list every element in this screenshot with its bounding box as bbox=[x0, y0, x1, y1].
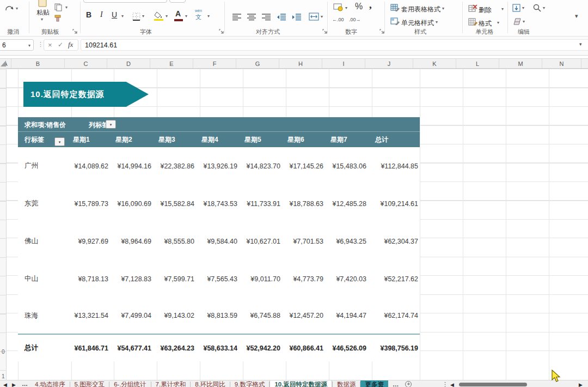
format-button[interactable]: 格式 bbox=[479, 19, 492, 28]
column-header-b[interactable]: B bbox=[11, 59, 65, 68]
column-header-h[interactable]: H bbox=[279, 59, 322, 68]
increase-decimal-button[interactable]: .00→ bbox=[349, 17, 361, 22]
format-as-table-dropdown-icon[interactable]: ▾ bbox=[442, 7, 444, 11]
pivot-value-cell[interactable]: ¥18,743.53 bbox=[200, 200, 243, 208]
format-painter-icon[interactable] bbox=[54, 15, 63, 22]
pivot-row-label[interactable]: 广州 bbox=[18, 161, 71, 171]
decrease-decimal-button[interactable]: ←.00 bbox=[332, 17, 344, 22]
percent-style-button[interactable]: % bbox=[355, 2, 363, 11]
column-header-n[interactable]: N bbox=[542, 59, 581, 68]
pivot-value-cell[interactable]: ¥62,304.37 bbox=[372, 238, 420, 245]
sheet-tab[interactable]: 7.累计求和 bbox=[151, 380, 191, 387]
underline-button[interactable]: U bbox=[112, 10, 117, 19]
comma-style-button[interactable]: , bbox=[369, 0, 372, 11]
merge-center-icon[interactable] bbox=[309, 13, 319, 21]
column-header-k[interactable]: K bbox=[413, 59, 456, 68]
fill-down-icon[interactable] bbox=[512, 4, 520, 12]
format-cells-icon[interactable] bbox=[468, 18, 477, 26]
redo-icon[interactable] bbox=[5, 4, 14, 12]
phonetic-guide-button[interactable]: 文 bbox=[195, 13, 201, 21]
pivot-value-cell[interactable]: ¥4,194.47 bbox=[329, 312, 372, 319]
sheet-tab[interactable]: 5.图形交互 bbox=[70, 380, 109, 387]
pivot-value-cell[interactable]: ¥109,214.61 bbox=[372, 200, 420, 208]
clear-icon[interactable] bbox=[513, 18, 522, 25]
cell-styles-icon[interactable] bbox=[390, 17, 400, 25]
bold-button[interactable]: B bbox=[86, 10, 91, 19]
accounting-dropdown-icon[interactable]: ▾ bbox=[345, 6, 347, 10]
delete-button[interactable]: 删除 bbox=[479, 5, 492, 15]
fill-color-dropdown-icon[interactable]: ▾ bbox=[166, 14, 168, 19]
phonetic-guide-icon[interactable]: wén bbox=[195, 9, 202, 13]
column-header-l[interactable]: L bbox=[456, 59, 499, 68]
align-right-icon[interactable] bbox=[262, 14, 271, 21]
pivot-value-cell[interactable]: ¥12,457.20 bbox=[286, 312, 329, 319]
italic-button[interactable]: I bbox=[100, 10, 103, 19]
decrease-indent-icon[interactable] bbox=[277, 14, 286, 21]
format-dropdown-icon[interactable]: ▾ bbox=[497, 21, 499, 25]
row-headers[interactable]: 0 1 bbox=[0, 69, 7, 380]
pivot-grand-total-cell[interactable]: ¥52,942.20 bbox=[243, 344, 286, 352]
pivot-value-cell[interactable]: ¥11,733.91 bbox=[243, 200, 286, 208]
column-header-m[interactable]: M bbox=[499, 59, 542, 68]
cell-styles-dropdown-icon[interactable]: ▾ bbox=[436, 20, 438, 25]
pivot-value-cell[interactable]: ¥52,217.62 bbox=[372, 275, 420, 283]
horizontal-scrollbar-thumb[interactable] bbox=[459, 383, 527, 386]
pivot-value-cell[interactable]: ¥9,143.02 bbox=[157, 312, 200, 319]
formula-input[interactable]: 109214.61 bbox=[81, 39, 588, 51]
new-sheet-button[interactable]: + bbox=[405, 381, 412, 387]
cancel-entry-icon[interactable]: × bbox=[48, 41, 52, 49]
font-color-dropdown-icon[interactable]: ▾ bbox=[185, 14, 187, 19]
font-color-button[interactable]: A bbox=[175, 9, 181, 18]
alignment-dialog-launcher-icon[interactable] bbox=[322, 29, 327, 34]
pivot-value-cell[interactable]: ¥7,499.04 bbox=[114, 312, 157, 319]
pivot-value-cell[interactable]: ¥62,174.74 bbox=[372, 312, 420, 319]
pivot-value-cell[interactable]: ¥7,128.83 bbox=[114, 275, 157, 283]
font-name-box[interactable] bbox=[83, 0, 167, 3]
pivot-value-cell[interactable]: ¥15,483.06 bbox=[329, 162, 372, 170]
find-dropdown-icon[interactable]: ▾ bbox=[543, 6, 545, 10]
fill-dropdown-icon[interactable]: ▾ bbox=[522, 6, 524, 10]
clipboard-dialog-launcher-icon[interactable] bbox=[72, 29, 77, 34]
pivot-value-cell[interactable]: ¥112,844.85 bbox=[372, 162, 420, 170]
pivot-column-header[interactable]: 星期1 bbox=[71, 132, 114, 147]
increase-indent-icon[interactable] bbox=[292, 14, 302, 21]
pivot-value-cell[interactable]: ¥13,926.19 bbox=[200, 162, 243, 170]
sheet-tab[interactable]: 数据源 bbox=[333, 380, 360, 387]
pivot-value-cell[interactable]: ¥17,145.26 bbox=[286, 162, 329, 170]
column-header-c[interactable]: C bbox=[65, 59, 107, 68]
pivot-value-cell[interactable]: ¥14,823.70 bbox=[243, 162, 286, 170]
phonetic-dropdown-icon[interactable]: ▾ bbox=[207, 14, 210, 19]
pivot-value-cell[interactable]: ¥16,090.69 bbox=[114, 200, 157, 208]
confirm-entry-icon[interactable]: ✓ bbox=[58, 41, 63, 49]
align-left-icon[interactable] bbox=[232, 14, 242, 21]
sheet-tab[interactable]: 6-.分组统计 bbox=[109, 380, 150, 387]
name-box[interactable]: 6 ▾ bbox=[0, 39, 34, 51]
column-header-e[interactable]: E bbox=[150, 59, 193, 68]
name-box-dropdown-icon[interactable]: ▾ bbox=[28, 44, 30, 48]
font-dialog-launcher-icon[interactable] bbox=[219, 29, 224, 34]
pivot-value-cell[interactable]: ¥8,964.69 bbox=[114, 238, 157, 245]
sheet-tab[interactable]: 更多资 bbox=[360, 380, 388, 387]
cell-styles-button[interactable]: 单元格样式 bbox=[401, 19, 434, 28]
column-header-d[interactable]: D bbox=[107, 59, 150, 68]
column-header-i[interactable]: I bbox=[322, 59, 365, 68]
pivot-value-cell[interactable]: ¥14,089.62 bbox=[71, 162, 114, 170]
section-banner[interactable]: 10.返回特定数据源 bbox=[23, 82, 149, 107]
pivot-value-cell[interactable]: ¥9,584.40 bbox=[200, 238, 243, 245]
pivot-value-cell[interactable]: ¥22,382.86 bbox=[157, 162, 200, 170]
sheet-list-icon[interactable]: … bbox=[22, 380, 28, 387]
pivot-row-label[interactable]: 东莞 bbox=[18, 199, 71, 208]
pivot-value-cell[interactable]: ¥10,627.01 bbox=[243, 238, 286, 245]
pivot-value-cell[interactable]: ¥14,994.16 bbox=[114, 162, 157, 170]
select-all-corner[interactable] bbox=[1, 61, 6, 66]
pivot-column-header[interactable]: 星期6 bbox=[286, 132, 329, 147]
column-header-j[interactable]: J bbox=[365, 59, 413, 68]
pivot-row-label[interactable]: 中山 bbox=[18, 274, 71, 283]
paste-button[interactable]: 粘贴 bbox=[33, 8, 53, 17]
pivot-value-cell[interactable]: ¥4,773.79 bbox=[286, 275, 329, 283]
column-header-f[interactable]: F bbox=[193, 59, 236, 68]
pivot-value-cell[interactable]: ¥9,011.70 bbox=[243, 275, 286, 283]
font-size-box[interactable] bbox=[169, 0, 186, 3]
scroll-left-icon[interactable]: ◀ bbox=[450, 382, 454, 387]
pivot-value-cell[interactable]: ¥18,788.63 bbox=[286, 200, 329, 208]
